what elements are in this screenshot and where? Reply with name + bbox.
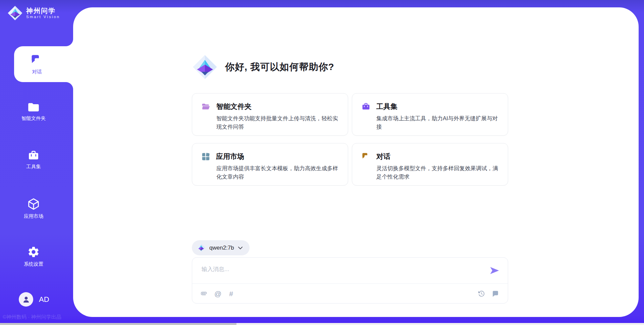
greeting-text: 你好, 我可以如何帮助你? [225, 61, 334, 73]
diamond-logo-icon [197, 243, 206, 252]
brand-diamond-logo-icon [7, 5, 23, 21]
app-brand: 神州问学 Smart Vision [7, 5, 60, 21]
brand-name: 神州问学 [26, 7, 60, 15]
card-description: 灵活切换多模型文件，支持多样回复效果调试，满足个性化需求 [362, 164, 498, 181]
model-selector[interactable]: qwen2:7b [192, 240, 250, 255]
card-description: 应用市场提供丰富长文本模板，助力高效生成多样化文章内容 [202, 164, 338, 181]
message-input[interactable] [192, 258, 471, 282]
message-composer: @ # [192, 257, 508, 304]
brand-subtitle: Smart Vision [26, 15, 60, 19]
model-name: qwen2:7b [209, 245, 234, 251]
sidebar: 神州问学 Smart Vision 对话 智能文件夹 工具集 [0, 0, 73, 325]
briefcase-icon [28, 150, 40, 161]
card-smart-folder[interactable]: 智能文件夹 智能文件夹功能支持批量文件上传与清洗，轻松实现文件问答 [192, 93, 348, 136]
sidebar-item-smart-folder[interactable]: 智能文件夹 [0, 102, 67, 122]
user-profile[interactable]: AD [19, 292, 49, 307]
sidebar-item-label: 智能文件夹 [21, 115, 46, 122]
card-app-market[interactable]: 应用市场 应用市场提供丰富长文本模板，助力高效生成多样化文章内容 [192, 143, 348, 186]
card-toolkit[interactable]: 工具集 集成市场上主流工具，助力AI与外界无缝扩展与对接 [352, 93, 508, 136]
mention-button[interactable]: @ [214, 290, 221, 297]
send-button[interactable] [490, 265, 500, 275]
feedback-button[interactable] [492, 290, 499, 297]
greeting: 你好, 我可以如何帮助你? [192, 54, 334, 80]
folder-open-icon [202, 103, 210, 111]
card-chat[interactable]: 对话 灵活切换多模型文件，支持多样回复效果调试，满足个性化需求 [352, 143, 508, 186]
main-panel: 你好, 我可以如何帮助你? 智能文件夹 智能文件夹功能支持批量文件上传与清洗，轻… [73, 7, 639, 317]
sidebar-item-label: 系统设置 [24, 261, 43, 267]
horizontal-scrollbar [0, 323, 644, 325]
at-icon: @ [214, 290, 221, 297]
sidebar-item-label: 工具集 [26, 164, 41, 170]
card-title: 对话 [376, 152, 390, 161]
gear-icon [27, 246, 40, 258]
sidebar-item-app-market[interactable]: 应用市场 [0, 198, 67, 219]
send-icon [490, 266, 499, 275]
user-name: AD [39, 295, 49, 304]
greeting-diamond-logo-icon [192, 54, 218, 80]
chevron-down-icon [238, 246, 243, 250]
message-bubble-icon [492, 290, 499, 297]
copyright-footer: ©神州数码 · 神州问学出品 [3, 314, 61, 320]
card-description: 智能文件夹功能支持批量文件上传与清洗，轻松实现文件问答 [202, 114, 338, 131]
card-title: 应用市场 [216, 152, 244, 161]
horizontal-scrollbar-thumb[interactable] [0, 323, 236, 325]
folder-icon [28, 102, 40, 113]
attach-button[interactable] [201, 290, 207, 297]
history-button[interactable] [478, 290, 485, 297]
chat-icon [31, 54, 43, 66]
cube-icon [27, 198, 40, 210]
shortcut-cards: 智能文件夹 智能文件夹功能支持批量文件上传与清洗，轻松实现文件问答 工具集 集成… [192, 93, 508, 186]
sidebar-item-toolkit[interactable]: 工具集 [0, 150, 67, 170]
hashtag-button[interactable]: # [229, 290, 233, 297]
paperclip-icon [201, 290, 207, 297]
composer-toolbar: @ # [192, 283, 508, 303]
chat-icon [362, 152, 370, 161]
card-title: 智能文件夹 [216, 102, 252, 111]
briefcase-icon [362, 103, 370, 111]
sidebar-item-label: 对话 [32, 69, 42, 75]
avatar [19, 292, 33, 307]
sidebar-item-label: 应用市场 [24, 213, 43, 219]
grid-icon [202, 152, 210, 161]
card-title: 工具集 [376, 102, 397, 111]
history-clock-icon [478, 290, 485, 297]
hash-icon: # [229, 290, 233, 297]
card-description: 集成市场上主流工具，助力AI与外界无缝扩展与对接 [362, 114, 498, 131]
sidebar-item-settings[interactable]: 系统设置 [0, 246, 67, 267]
sidebar-item-chat[interactable]: 对话 [14, 46, 73, 82]
